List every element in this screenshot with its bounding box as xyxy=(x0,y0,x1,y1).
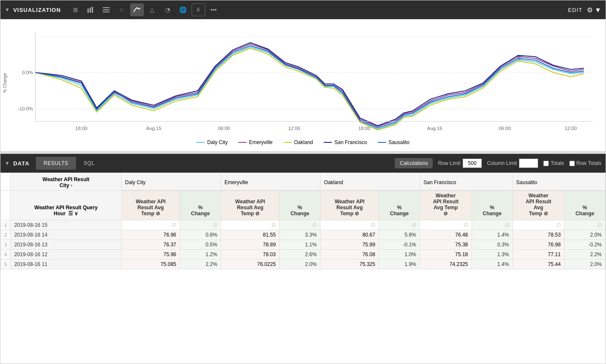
oak-avg-eye-icon[interactable]: ⊘ xyxy=(355,211,359,217)
row4-daly-avg: 75.96 xyxy=(122,249,180,259)
svg-rect-1 xyxy=(90,8,91,13)
more-options-icon[interactable]: ••• xyxy=(207,3,221,16)
data-table: Weather API Result City › Daly City Emer… xyxy=(0,173,606,269)
data-header: ▼ DATA RESULTS SQL Calculations Row Limi… xyxy=(0,154,606,173)
row1-oak-pct: ∅ xyxy=(379,220,420,230)
row3-saus-pct: -0.2% xyxy=(564,240,605,249)
legend-label-emery: Emeryville xyxy=(249,139,272,145)
gear-icon[interactable]: ⚙ ▼ xyxy=(587,6,601,14)
row-date-1: 2019-08-16 15 xyxy=(11,220,122,230)
legend-daly-city: Daly City xyxy=(196,139,227,145)
totals-checkbox[interactable] xyxy=(543,161,549,166)
row5-sf-avg: 74.2325 xyxy=(420,259,472,269)
tab-sql[interactable]: SQL xyxy=(76,157,102,170)
legend-line-daly xyxy=(196,142,205,143)
row-num-4: 4 xyxy=(1,249,11,259)
table-row: 4 2019-08-16 12 75.96 1.2% 78.03 2.6% 76… xyxy=(1,249,606,259)
daly-avg-eye-icon[interactable]: ⊘ xyxy=(156,211,160,217)
chart-area: % Change 0.0% -10.0% 18:00 Aug 15 06:00 … xyxy=(0,19,606,151)
row4-emery-pct: 2.6% xyxy=(280,249,320,259)
pie-chart-icon[interactable]: ◔ xyxy=(161,3,175,16)
th-oakland: Oakland xyxy=(320,173,420,191)
six-icon[interactable]: 6 xyxy=(192,3,205,16)
row-num-1: 1 xyxy=(1,220,11,230)
area-chart-icon[interactable]: △ xyxy=(146,3,159,16)
row3-emery-avg: 78.89 xyxy=(221,240,280,249)
sort-direction-icon[interactable]: ∨ xyxy=(74,211,78,217)
tab-results[interactable]: RESULTS xyxy=(36,157,76,170)
row2-saus-avg: 78.53 xyxy=(513,230,564,240)
row5-emery-avg: 76.0225 xyxy=(221,259,280,269)
list-view-icon[interactable] xyxy=(99,3,113,16)
calculations-button[interactable]: Calculations xyxy=(395,158,433,168)
row-num-3: 3 xyxy=(1,240,11,249)
row-limit-input[interactable] xyxy=(463,159,482,168)
row5-daly-avg: 75.085 xyxy=(122,259,180,269)
legend-line-emery xyxy=(238,142,247,143)
legend-sausalito: Sausalito xyxy=(378,139,409,145)
row4-oak-pct: 1.0% xyxy=(379,249,420,259)
data-title: DATA xyxy=(13,160,29,167)
svg-text:18:00: 18:00 xyxy=(76,126,87,131)
row4-oak-avg: 76.08 xyxy=(320,249,379,259)
row4-emery-avg: 78.03 xyxy=(221,249,280,259)
scatter-plot-icon[interactable]: ⁙ xyxy=(115,3,128,16)
data-header-right: Calculations Row Limit Column Limit Tota… xyxy=(395,158,601,168)
row1-saus-pct: ∅ xyxy=(564,220,605,230)
row2-daly-pct: 0.8% xyxy=(180,230,221,240)
svg-text:-10.0%: -10.0% xyxy=(18,106,33,111)
edit-button[interactable]: EDIT xyxy=(568,7,583,13)
legend-emeryville: Emeryville xyxy=(238,139,272,145)
row2-oak-avg: 80.67 xyxy=(320,230,379,240)
chevron-down-icon: ▼ xyxy=(5,7,10,13)
row1-saus-avg: ∅ xyxy=(513,220,564,230)
viz-panel: ▼ VISUALIZATION ⊞ ⁙ △ xyxy=(0,0,606,152)
row-totals-label: Row Totals xyxy=(577,160,601,166)
row4-sf-pct: 1.3% xyxy=(472,249,513,259)
table-row: 1 2019-08-16 15 ∅ ∅ ∅ ∅ ∅ ∅ ∅ ∅ ∅ ∅ xyxy=(1,220,606,230)
th-sf-avg: WeatherAPI ResultAvg Temp⊘ xyxy=(420,191,472,220)
row-num-2: 2 xyxy=(1,230,11,240)
row-limit-label: Row Limit xyxy=(438,160,460,166)
row5-oak-avg: 75.325 xyxy=(320,259,379,269)
svg-text:Aug 16: Aug 16 xyxy=(427,126,443,131)
row1-emery-pct: ∅ xyxy=(280,220,320,230)
saus-avg-eye-icon[interactable]: ⊘ xyxy=(544,211,548,217)
data-panel: ▼ DATA RESULTS SQL Calculations Row Limi… xyxy=(0,153,606,364)
svg-text:0.0%: 0.0% xyxy=(22,70,33,75)
th-emery-avg: Weather APIResult AvgTemp ⊘ xyxy=(221,191,280,220)
main-container: ▼ VISUALIZATION ⊞ ⁙ △ xyxy=(0,0,606,364)
th-query-hour: Weather API Result Query Hour ☰ ∨ xyxy=(11,191,122,220)
legend-oakland: Oakland xyxy=(283,139,313,145)
table-body: 1 2019-08-16 15 ∅ ∅ ∅ ∅ ∅ ∅ ∅ ∅ ∅ ∅ xyxy=(1,220,606,269)
svg-text:12:00: 12:00 xyxy=(565,126,577,131)
sf-avg-eye-icon[interactable]: ⊘ xyxy=(443,211,448,217)
row2-emery-pct: 3.3% xyxy=(280,230,320,240)
viz-right-controls: EDIT ⚙ ▼ xyxy=(568,6,601,14)
th-oak-avg: Weather APIResult AvgTemp ⊘ xyxy=(320,191,379,220)
th-oak-pct: %Change xyxy=(379,191,420,220)
legend-label-saus: Sausalito xyxy=(388,139,409,145)
row-totals-checkbox[interactable] xyxy=(569,161,575,166)
table-container: Weather API Result City › Daly City Emer… xyxy=(0,173,606,364)
column-limit-input[interactable] xyxy=(519,159,538,168)
row1-daly-avg: ∅ xyxy=(122,220,180,230)
sort-icon[interactable]: ☰ xyxy=(68,211,73,217)
table-row: 2 2019-08-16 14 76.96 0.8% 81.55 3.3% 80… xyxy=(1,230,606,240)
line-chart-icon[interactable] xyxy=(130,3,144,16)
legend-label-sf: San Francisco xyxy=(334,139,367,145)
row-date-4: 2019-08-16 12 xyxy=(11,249,122,259)
row1-daly-pct: ∅ xyxy=(180,220,221,230)
column-limit-label: Column Limit xyxy=(487,160,517,166)
viz-title: VISUALIZATION xyxy=(13,7,61,13)
row3-emery-pct: 1.1% xyxy=(280,240,320,249)
row3-daly-pct: 0.5% xyxy=(180,240,221,249)
bar-chart-icon[interactable] xyxy=(84,3,98,16)
emery-avg-eye-icon[interactable]: ⊘ xyxy=(255,211,259,217)
map-icon[interactable]: 🌐 xyxy=(176,3,190,16)
table-view-icon[interactable]: ⊞ xyxy=(69,3,82,16)
row1-sf-avg: ∅ xyxy=(420,220,472,230)
totals-group: Totals xyxy=(543,160,564,166)
legend-line-oak xyxy=(283,142,292,143)
row5-oak-pct: 1.9% xyxy=(379,259,420,269)
